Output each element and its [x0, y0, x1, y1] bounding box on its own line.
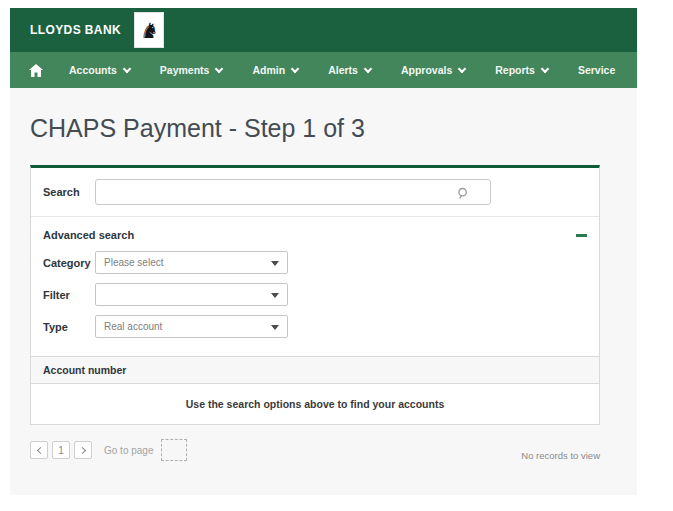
next-page-button[interactable] [74, 441, 92, 459]
chevron-down-icon [458, 64, 466, 72]
table-header-account-number: Account number [31, 356, 599, 384]
horse-icon: ♞ [140, 20, 159, 41]
chevron-left-icon [36, 446, 43, 453]
nav-label: Service [578, 64, 615, 76]
nav-label: Payments [160, 64, 210, 76]
chevron-down-icon [215, 64, 223, 72]
chevron-right-icon [78, 446, 85, 453]
filter-select[interactable] [95, 283, 288, 306]
page-number-button[interactable]: 1 [52, 441, 70, 459]
advanced-search-header: Advanced search [43, 229, 587, 241]
advanced-search-label: Advanced search [43, 229, 134, 241]
pagination: 1 Go to page No records to view [30, 439, 600, 461]
nav-label: Alerts [328, 64, 358, 76]
brand-bar: LLOYDS BANK ♞ [10, 8, 637, 52]
nav-label: Reports [495, 64, 535, 76]
collapse-minus-icon[interactable] [576, 234, 587, 237]
type-field-row: Type Real account [43, 315, 587, 338]
page-title: CHAPS Payment - Step 1 of 3 [30, 114, 637, 143]
category-select[interactable]: Please select [95, 251, 288, 274]
home-icon[interactable] [18, 64, 54, 77]
search-label: Search [43, 186, 95, 198]
nav-item-admin[interactable]: Admin [237, 52, 313, 88]
account-search-panel: Search Advanced search Category [30, 165, 600, 425]
search-input[interactable] [95, 179, 491, 205]
nav-label: Approvals [401, 64, 452, 76]
nav-item-alerts[interactable]: Alerts [313, 52, 386, 88]
chevron-down-icon [541, 64, 549, 72]
empty-results-message: Use the search options above to find you… [31, 384, 599, 424]
category-label: Category [43, 257, 95, 269]
chevron-down-icon [364, 64, 372, 72]
filter-field-row: Filter [43, 283, 587, 306]
type-value: Real account [96, 316, 287, 337]
records-status: No records to view [521, 450, 600, 461]
brand-name: LLOYDS BANK [30, 23, 121, 37]
app-window: LLOYDS BANK ♞ Accounts Payments Admin [0, 0, 673, 511]
nav-label: Accounts [69, 64, 117, 76]
app-frame: LLOYDS BANK ♞ Accounts Payments Admin [10, 8, 637, 495]
nav-item-service[interactable]: Service [563, 52, 630, 88]
dropdown-arrow-icon [271, 293, 279, 298]
nav-item-approvals[interactable]: Approvals [386, 52, 480, 88]
search-icon[interactable] [457, 186, 470, 204]
chevron-down-icon [291, 64, 299, 72]
dropdown-arrow-icon [271, 261, 279, 266]
page-content: CHAPS Payment - Step 1 of 3 Search Advan… [10, 88, 637, 495]
category-value: Please select [96, 252, 287, 273]
search-row: Search [31, 168, 599, 216]
advanced-search-section: Advanced search Category Please select F… [31, 216, 599, 356]
dropdown-arrow-icon [271, 325, 279, 330]
goto-page-input[interactable] [161, 439, 187, 461]
goto-page-label: Go to page [104, 445, 153, 456]
category-field-row: Category Please select [43, 251, 587, 274]
filter-label: Filter [43, 289, 95, 301]
nav-item-accounts[interactable]: Accounts [54, 52, 145, 88]
type-select[interactable]: Real account [95, 315, 288, 338]
lloyds-logo: ♞ [135, 13, 163, 47]
prev-page-button[interactable] [30, 441, 48, 459]
nav-item-reports[interactable]: Reports [480, 52, 563, 88]
search-input-wrap [95, 179, 491, 205]
type-label: Type [43, 321, 95, 333]
chevron-down-icon [123, 64, 131, 72]
nav-label: Admin [252, 64, 285, 76]
nav-item-payments[interactable]: Payments [145, 52, 238, 88]
main-nav: Accounts Payments Admin Alerts Approvals [10, 52, 637, 88]
